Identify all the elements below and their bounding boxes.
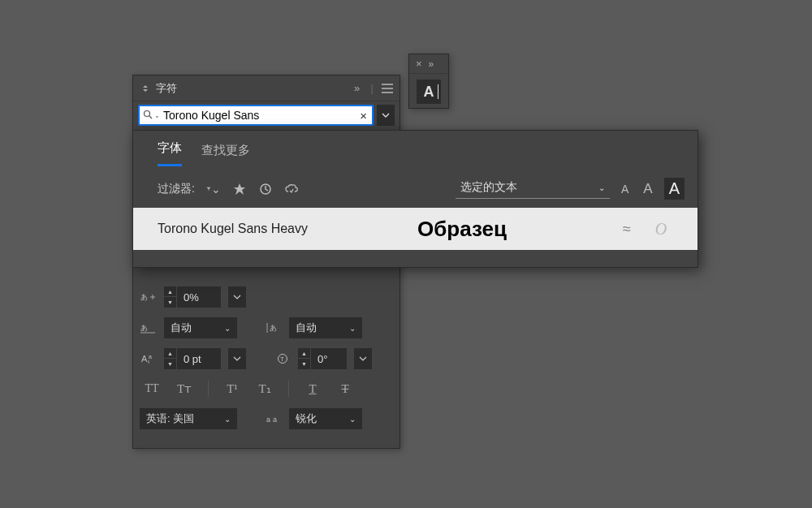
close-icon[interactable]: × [416,58,422,70]
antialias-select[interactable]: 锐化 ⌄ [289,408,362,429]
favorite-star-icon[interactable] [232,182,247,196]
font-tabs: 字体 查找更多 [133,131,698,166]
font-result-row[interactable]: Torono Kugel Sans Heavy Образец ≈ O [133,208,698,250]
preview-text-value: 选定的文本 [460,180,517,195]
kerning-right-select[interactable]: 自动 ⌄ [289,317,362,338]
svg-text:あ: あ [140,324,148,332]
rotation-spinner[interactable]: ▲▼ 0° [298,348,347,369]
svg-text:a: a [273,415,277,424]
tab-font[interactable]: 字体 [158,140,182,166]
kerning-right-icon: あ [265,319,283,337]
preview-size-medium[interactable]: A [640,179,655,199]
spin-down-icon[interactable]: ▼ [298,359,310,369]
svg-point-0 [145,110,150,116]
underline-button[interactable]: T [304,382,322,396]
svg-text:a: a [266,415,270,424]
baseline-shift-icon: Aa [140,350,158,368]
mini-panel-header: × » [409,54,448,74]
tracking-value[interactable]: 0% [177,291,221,304]
antialias-icon: aa [265,410,283,428]
kerning-left-icon: あ [140,319,158,337]
search-icon[interactable] [143,110,153,122]
menu-icon[interactable] [382,83,393,94]
font-search-input[interactable] [163,109,358,122]
language-select[interactable]: 英语: 美国 ⌄ [140,408,237,429]
preview-size-large[interactable]: A [664,178,685,200]
rotation-icon: T [274,350,292,368]
spin-up-icon[interactable]: ▲ [164,286,176,297]
baseline-spinner[interactable]: ▲▼ 0 pt [164,348,221,369]
similar-fonts-icon[interactable]: ≈ [605,221,649,238]
tab-find-more[interactable]: 查找更多 [201,143,250,166]
svg-text:A: A [141,354,148,364]
subscript-button[interactable]: T₁ [256,381,274,396]
font-search-row: ⌄ × [133,101,400,129]
font-result-sample: Образец [417,217,605,242]
preview-size-small[interactable]: A [618,181,632,197]
rotation-value[interactable]: 0° [311,353,347,365]
chevron-down-icon: ⌄ [224,415,231,424]
text-format-row: TT Tᴛ T¹ T₁ T T [138,374,395,403]
superscript-button[interactable]: T¹ [223,382,241,396]
search-history-icon[interactable]: ⌄ [154,112,160,119]
tracking-icon: あ [140,288,158,306]
chevron-down-icon: ⌄ [349,324,356,333]
chevron-down-icon: ⌄ [349,415,356,424]
kerning-row: あ 自动 ⌄ あ 自动 ⌄ [138,312,395,343]
collapse-icon[interactable]: » [429,58,434,70]
svg-text:あ: あ [270,324,277,332]
spin-up-icon[interactable]: ▲ [298,348,310,359]
filter-row: 过滤器: ⌄ 选定的文本 ⌄ A A A [133,166,698,208]
kerning-left-select[interactable]: 自动 ⌄ [164,317,237,338]
text-tool-icon[interactable]: A [417,80,441,104]
font-result-name: Torono Kugel Sans Heavy [158,222,417,236]
strikethrough-button[interactable]: T [336,382,354,396]
spin-up-icon[interactable]: ▲ [164,348,176,359]
kerning-right-value: 自动 [296,321,317,335]
svg-text:a: a [149,354,152,359]
spin-down-icon[interactable]: ▼ [164,359,176,369]
recent-clock-icon[interactable] [258,182,273,196]
font-dropdown-flyout: 字体 查找更多 过滤器: ⌄ 选定的文本 ⌄ A A A Torono Kuge… [132,130,698,268]
preview-text-select[interactable]: 选定的文本 ⌄ [456,179,610,199]
font-type-icon: O [649,220,673,239]
font-dropdown-button[interactable] [377,105,395,126]
tracking-dropdown[interactable] [228,286,246,308]
all-caps-button[interactable]: TT [143,382,161,395]
mini-panel-body: A [409,74,448,110]
panel-title: 字符 [156,81,177,96]
clear-search-icon[interactable]: × [358,109,369,123]
chevron-down-icon: ⌄ [224,324,231,333]
tracking-spinner[interactable]: ▲▼ 0% [164,286,221,308]
drag-handle-icon[interactable] [140,83,151,94]
small-caps-button[interactable]: Tᴛ [175,381,193,396]
character-controls: あ ▲▼ 0% あ 自动 ⌄ あ 自动 ⌄ [138,282,395,434]
spin-down-icon[interactable]: ▼ [164,297,176,308]
svg-text:あ: あ [140,293,148,301]
expand-icon[interactable]: » [352,83,363,94]
filter-label: 过滤器: [158,182,195,196]
svg-text:T: T [280,355,284,363]
antialias-value: 锐化 [296,411,317,426]
baseline-dropdown[interactable] [228,348,246,369]
text-tool-mini-panel: × » A [408,54,449,109]
baseline-rotation-row: Aa ▲▼ 0 pt T ▲▼ 0° [138,343,395,374]
tracking-row: あ ▲▼ 0% [138,282,395,312]
language-value: 英语: 美国 [146,411,194,426]
filter-funnel-icon[interactable]: ⌄ [206,182,221,196]
baseline-value[interactable]: 0 pt [177,353,221,365]
rotation-dropdown[interactable] [354,348,372,369]
font-search-wrap: ⌄ × [138,105,374,126]
character-panel-header: 字符 » | [133,75,400,101]
cloud-sync-icon[interactable] [284,182,299,196]
language-antialias-row: 英语: 美国 ⌄ aa 锐化 ⌄ [138,403,395,434]
chevron-down-icon: ⌄ [598,183,605,192]
kerning-left-value: 自动 [171,321,192,335]
